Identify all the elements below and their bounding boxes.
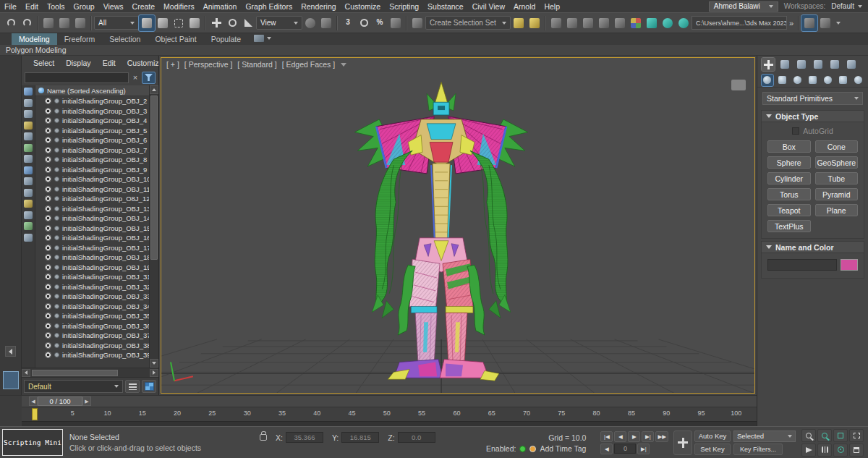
display-shapes-icon[interactable] — [24, 110, 33, 118]
menu-item[interactable]: Modifiers — [159, 2, 199, 11]
object-name-field[interactable] — [767, 259, 837, 271]
track-bar[interactable] — [22, 421, 757, 426]
window-crossing-button[interactable] — [187, 15, 203, 31]
pan-button[interactable] — [817, 444, 832, 457]
category-systems[interactable] — [852, 75, 864, 86]
polygon-modeling-panel-label[interactable]: Polygon Modeling — [6, 46, 66, 54]
visibility-eye-icon[interactable] — [45, 313, 51, 319]
primitive-button[interactable]: Torus — [767, 188, 811, 200]
visibility-eye-icon[interactable] — [45, 323, 51, 329]
menu-item[interactable]: Animation — [199, 2, 242, 11]
visibility-eye-icon[interactable] — [45, 186, 51, 192]
menu-item[interactable]: Graph Editors — [241, 2, 297, 11]
menu-item[interactable]: File — [0, 2, 21, 11]
explorer-row[interactable]: initialShadingGroup_OBJ_3 — [35, 106, 149, 116]
selection-lock-icon[interactable] — [260, 434, 267, 441]
primitive-button[interactable]: TextPlus — [767, 220, 811, 232]
expand-toolbar-button[interactable] — [817, 15, 833, 31]
explorer-row[interactable]: initialShadingGroup_OBJ_11 — [35, 185, 149, 195]
redo-button[interactable] — [19, 15, 35, 31]
render-setup-button[interactable] — [644, 15, 660, 31]
explorer-row[interactable]: initialShadingGroup_OBJ_39 — [35, 350, 149, 360]
viewport-layout-tab[interactable] — [3, 371, 19, 389]
primitive-button[interactable]: GeoSphere — [815, 156, 859, 169]
reference-coordinate-dropdown[interactable]: View — [256, 16, 302, 30]
display-helpers-icon[interactable] — [24, 144, 33, 152]
material-editor-button[interactable] — [628, 15, 644, 31]
menu-item[interactable]: Scripting — [385, 2, 423, 11]
display-layers-icon[interactable] — [24, 234, 33, 242]
visibility-eye-icon[interactable] — [45, 254, 51, 260]
user-account-dropdown[interactable]: Ahmed Balawi — [709, 1, 778, 12]
explorer-row[interactable]: initialShadingGroup_OBJ_16 — [35, 233, 149, 243]
time-slider[interactable]: ◀ 0 / 100 ▶ — [22, 396, 757, 407]
primitive-category-dropdown[interactable]: Standard Primitives — [762, 92, 863, 105]
viewcube[interactable] — [731, 80, 746, 90]
panel-collapse-button[interactable] — [5, 346, 16, 357]
tab-motion[interactable] — [812, 58, 825, 71]
zoom-all-button[interactable] — [817, 429, 832, 442]
display-spacewarps-icon[interactable] — [24, 155, 33, 163]
explorer-menu-item[interactable]: Select — [27, 59, 60, 67]
y-coordinate-field[interactable]: 16.815 — [341, 432, 379, 443]
select-by-name-button[interactable] — [155, 15, 171, 31]
current-frame-display[interactable]: 0 / 100 — [38, 396, 82, 406]
explorer-row[interactable]: initialShadingGroup_OBJ_8 — [35, 155, 149, 165]
explorer-row[interactable]: initialShadingGroup_OBJ_19 — [35, 263, 149, 273]
schematic-view-button[interactable] — [612, 15, 628, 31]
ribbon-toggle-button[interactable] — [580, 15, 596, 31]
scroll-track[interactable] — [150, 94, 158, 359]
visibility-eye-icon[interactable] — [45, 293, 51, 300]
visibility-eye-icon[interactable] — [45, 352, 51, 358]
bind-spacewarp-button[interactable] — [72, 15, 88, 31]
ribbon-tab[interactable]: Modeling — [12, 33, 57, 45]
viewport-layout-button[interactable] — [801, 15, 817, 31]
visibility-eye-icon[interactable] — [45, 195, 51, 202]
primitive-button[interactable]: Pyramid — [815, 188, 859, 200]
display-geometry-icon[interactable] — [24, 99, 33, 107]
select-scale-button[interactable] — [240, 15, 256, 31]
explorer-row[interactable]: initialShadingGroup_OBJ_4 — [35, 116, 149, 126]
field-of-view-button[interactable] — [801, 444, 816, 457]
menu-item[interactable]: Create — [128, 2, 160, 11]
menu-item[interactable]: Edit — [21, 2, 43, 11]
z-coordinate-field[interactable]: 0.0 — [398, 432, 435, 443]
explorer-menu-item[interactable]: Display — [60, 59, 96, 67]
time-slider-handle[interactable]: ◀ 0 / 100 ▶ — [29, 396, 91, 406]
previous-frame-button[interactable]: ◀ — [600, 444, 613, 454]
explorer-row[interactable]: initialShadingGroup_OBJ_31 — [35, 272, 149, 282]
next-key-button[interactable]: ▶| — [642, 431, 654, 442]
previous-key-button[interactable]: ◀ — [614, 431, 626, 442]
display-cameras-icon[interactable] — [24, 132, 33, 140]
category-cameras[interactable] — [807, 75, 819, 86]
align-button[interactable] — [527, 15, 542, 31]
search-input[interactable] — [25, 72, 129, 83]
maximize-viewport-button[interactable] — [849, 444, 864, 457]
display-bones-icon[interactable] — [24, 189, 33, 197]
primitive-button[interactable]: Sphere — [767, 156, 811, 169]
selection-set-dropdown[interactable]: Create Selection Set — [425, 16, 511, 30]
explorer-row[interactable]: initialShadingGroup_OBJ_6 — [35, 135, 149, 145]
percent-snap-button[interactable]: % — [372, 15, 388, 31]
category-helpers[interactable] — [822, 75, 833, 86]
add-time-tag-button[interactable]: Add Time Tag — [540, 444, 586, 453]
menu-item[interactable]: Substance — [423, 2, 468, 11]
visibility-eye-icon[interactable] — [45, 137, 51, 143]
play-button[interactable]: ▶ — [628, 431, 640, 442]
layer-grid-button[interactable] — [142, 380, 156, 393]
angle-snap-button[interactable] — [356, 15, 372, 31]
primitive-button[interactable]: Tube — [815, 172, 859, 185]
filter-button[interactable] — [142, 72, 156, 84]
menu-item[interactable]: Arnold — [509, 2, 540, 11]
scroll-right-button[interactable] — [150, 369, 158, 377]
visibility-eye-icon[interactable] — [45, 215, 51, 221]
x-coordinate-field[interactable]: 35.366 — [286, 432, 323, 443]
visibility-eye-icon[interactable] — [45, 147, 51, 153]
explorer-horizontal-scrollbar[interactable] — [22, 368, 158, 377]
scroll-up-button[interactable] — [150, 85, 158, 94]
named-selection-sets-button[interactable] — [409, 15, 425, 31]
spinner-snap-button[interactable] — [388, 15, 404, 31]
active-layer-dropdown[interactable]: Default — [24, 380, 123, 393]
go-to-start-button[interactable]: |◀ — [600, 431, 613, 442]
primitive-button[interactable]: Plane — [815, 204, 859, 216]
